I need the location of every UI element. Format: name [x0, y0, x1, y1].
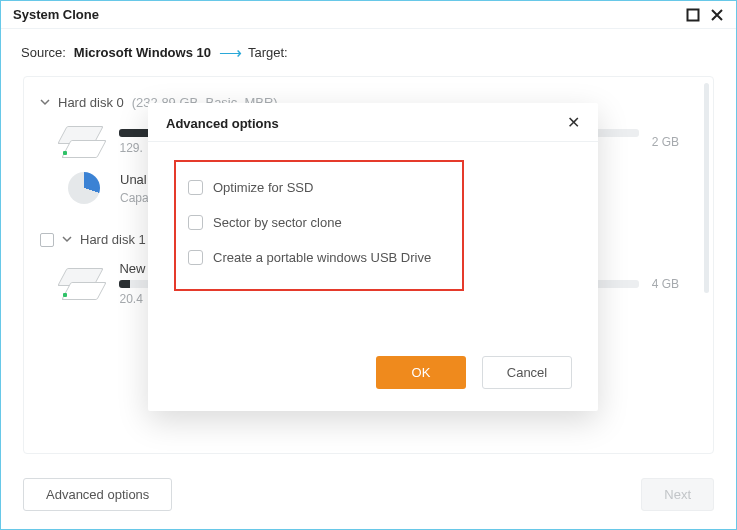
window-title: System Clone: [13, 7, 99, 22]
disk-title: Hard disk 1: [80, 232, 146, 247]
source-target-row: Source: Microsoft Windows 10 ⟶ Target:: [1, 29, 736, 76]
option-optimize-ssd[interactable]: Optimize for SSD: [188, 170, 450, 205]
disk-checkbox[interactable]: [40, 233, 54, 247]
dialog-body: Optimize for SSD Sector by sector clone …: [148, 142, 598, 356]
advanced-options-button[interactable]: Advanced options: [23, 478, 172, 511]
volume-name: Unal: [120, 172, 149, 187]
options-group-highlight: Optimize for SSD Sector by sector clone …: [174, 160, 464, 291]
checkbox[interactable]: [188, 215, 203, 230]
disk-title: Hard disk 0: [58, 95, 124, 110]
titlebar: System Clone: [1, 1, 736, 29]
footer: Advanced options Next: [1, 464, 736, 529]
checkbox[interactable]: [188, 250, 203, 265]
dialog-header: Advanced options ✕: [148, 103, 598, 142]
cancel-button[interactable]: Cancel: [482, 356, 572, 389]
volume-subtext: Capa: [120, 191, 149, 205]
maximize-icon[interactable]: [686, 8, 700, 22]
ok-button[interactable]: OK: [376, 356, 466, 389]
source-value: Microsoft Windows 10: [74, 45, 211, 60]
arrow-right-icon: ⟶: [219, 43, 240, 62]
dialog-footer: OK Cancel: [148, 356, 598, 411]
volume-body: Unal Capa: [120, 172, 149, 205]
volume-size: 4 GB: [647, 277, 697, 291]
window-controls: [686, 8, 724, 22]
volume-size: 2 GB: [647, 135, 697, 149]
option-label: Optimize for SSD: [213, 180, 313, 195]
option-sector-clone[interactable]: Sector by sector clone: [188, 205, 450, 240]
pie-chart-icon: [68, 172, 100, 204]
close-icon[interactable]: [710, 8, 724, 22]
chevron-down-icon: [40, 95, 50, 110]
option-label: Create a portable windows USB Drive: [213, 250, 431, 265]
svg-rect-0: [688, 9, 699, 20]
next-button[interactable]: Next: [641, 478, 714, 511]
checkbox[interactable]: [188, 180, 203, 195]
option-portable-usb[interactable]: Create a portable windows USB Drive: [188, 240, 450, 275]
target-label: Target:: [248, 45, 288, 60]
advanced-options-dialog: Advanced options ✕ Optimize for SSD Sect…: [148, 103, 598, 411]
chevron-down-icon: [62, 232, 72, 247]
app-window: System Clone Source: Microsoft Windows 1…: [0, 0, 737, 530]
scrollbar[interactable]: [704, 83, 709, 293]
drive-icon: [62, 124, 105, 160]
source-label: Source:: [21, 45, 66, 60]
drive-icon: [62, 266, 105, 302]
option-label: Sector by sector clone: [213, 215, 342, 230]
dialog-title: Advanced options: [166, 116, 279, 131]
close-icon[interactable]: ✕: [567, 115, 580, 131]
